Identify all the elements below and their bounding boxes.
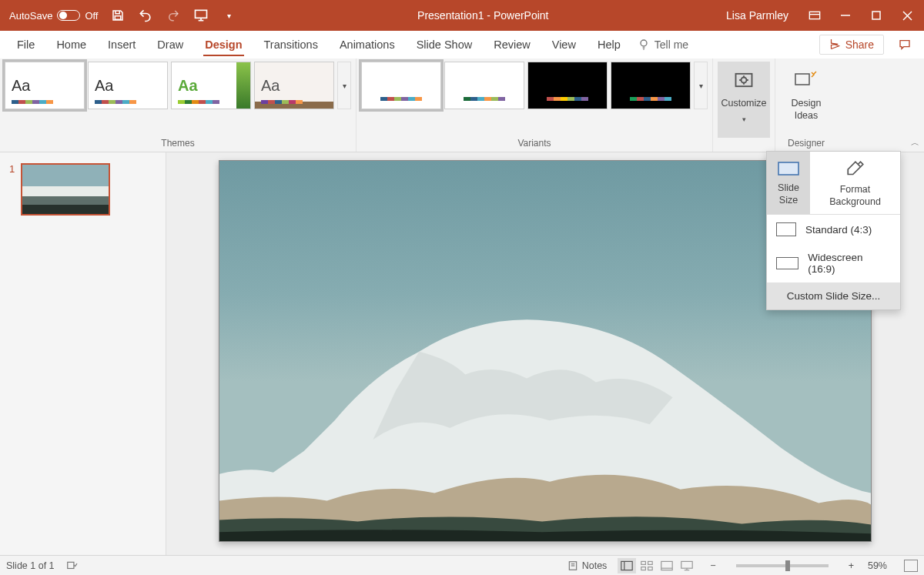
design-ideas-label: Design Ideas	[792, 97, 822, 122]
minimize-icon[interactable]	[832, 5, 859, 26]
theme-thumb-1[interactable]: Aa	[5, 62, 85, 109]
slide-size-widescreen[interactable]: Widescreen (16:9)	[767, 244, 900, 282]
tab-draw[interactable]: Draw	[146, 31, 194, 59]
tab-design[interactable]: Design	[194, 31, 253, 59]
slideshow-view-icon[interactable]	[678, 558, 696, 573]
svg-rect-18	[641, 561, 646, 564]
tell-me-label: Tell me	[654, 38, 688, 51]
tab-file[interactable]: File	[6, 31, 45, 59]
redo-icon[interactable]	[162, 5, 184, 26]
design-ideas-icon	[795, 69, 818, 91]
notes-icon	[567, 560, 578, 571]
tab-view[interactable]: View	[541, 31, 587, 59]
normal-view-icon[interactable]	[618, 558, 636, 573]
view-mode-buttons	[618, 558, 696, 573]
slide-size-standard-label: Standard (4:3)	[805, 224, 872, 236]
ribbon: Aa Aa Aa Aa ▾ Themes	[0, 59, 924, 152]
design-ideas-button[interactable]: Design Ideas	[780, 62, 832, 138]
comments-icon[interactable]	[892, 35, 918, 55]
tab-insert[interactable]: Insert	[97, 31, 146, 59]
designer-group: Design Ideas Designer	[775, 59, 837, 152]
svg-rect-10	[795, 74, 809, 85]
fit-to-window-icon[interactable]	[904, 560, 918, 572]
svg-rect-24	[681, 561, 692, 568]
undo-icon[interactable]	[135, 5, 156, 26]
notes-label: Notes	[582, 560, 608, 571]
present-icon[interactable]	[190, 5, 212, 26]
tab-transitions[interactable]: Transitions	[253, 31, 329, 59]
svg-point-7	[641, 40, 647, 46]
share-label: Share	[845, 38, 874, 51]
zoom-in-button[interactable]: +	[845, 560, 857, 571]
svg-rect-11	[778, 162, 798, 175]
reading-view-icon[interactable]	[658, 558, 676, 573]
sorter-view-icon[interactable]	[638, 558, 656, 573]
zoom-out-button[interactable]: −	[707, 560, 718, 571]
tab-review[interactable]: Review	[483, 31, 541, 59]
format-background-button[interactable]: Format Background	[810, 152, 900, 214]
tell-me-search[interactable]: Tell me	[638, 38, 688, 51]
slide-counter: Slide 1 of 1	[6, 560, 55, 571]
themes-more-button[interactable]: ▾	[337, 62, 351, 109]
slide-thumbnails-panel: 1	[0, 152, 166, 555]
close-icon[interactable]	[893, 5, 921, 26]
slide-size-icon	[777, 159, 800, 178]
svg-rect-22	[661, 561, 672, 570]
customize-button[interactable]: Customize ▾	[718, 62, 770, 138]
autosave-switch-icon	[57, 10, 80, 21]
qat-customize-icon[interactable]: ▾	[218, 5, 239, 26]
slide-size-custom-label: Custom Slide Size...	[787, 290, 881, 302]
slide-size-widescreen-label: Widescreen (16:9)	[808, 252, 891, 275]
svg-rect-20	[641, 567, 646, 570]
slide-size-custom[interactable]: Custom Slide Size...	[767, 282, 900, 309]
autosave-toggle[interactable]: AutoSave Off	[6, 10, 101, 22]
status-bar: Slide 1 of 1 Notes − + 59%	[0, 555, 924, 575]
slide-size-label: Slide Size	[778, 182, 799, 206]
collapse-ribbon-icon[interactable]: ︿	[911, 137, 919, 149]
variant-thumb-1[interactable]	[361, 62, 441, 109]
document-title: Presentation1 - PowerPoint	[239, 9, 726, 22]
theme-thumb-2[interactable]: Aa	[88, 62, 168, 109]
zoom-value: 59%	[868, 560, 887, 571]
maximize-icon[interactable]	[862, 5, 890, 26]
variant-thumb-3[interactable]	[527, 62, 608, 109]
variant-thumb-4[interactable]	[611, 62, 691, 109]
slide-number: 1	[9, 163, 15, 216]
tab-home[interactable]: Home	[45, 31, 97, 59]
notes-button[interactable]: Notes	[567, 560, 608, 571]
aspect-16-9-icon	[776, 257, 798, 269]
spellcheck-icon[interactable]	[65, 560, 78, 571]
customize-icon	[733, 69, 755, 91]
format-background-label: Format Background	[829, 184, 881, 208]
svg-point-9	[742, 78, 747, 83]
tab-slideshow[interactable]: Slide Show	[406, 31, 484, 59]
svg-rect-2	[809, 12, 819, 18]
svg-rect-1	[196, 10, 207, 18]
svg-rect-16	[621, 561, 632, 570]
customize-label: Customize	[721, 97, 766, 109]
slide-mini-preview	[21, 163, 110, 216]
svg-rect-12	[67, 562, 73, 568]
format-background-icon	[845, 159, 865, 179]
slide-size-standard[interactable]: Standard (4:3)	[767, 215, 900, 244]
customize-group: Customize ▾ .	[713, 59, 775, 152]
slide-thumb-1[interactable]: 1	[9, 163, 156, 216]
zoom-slider[interactable]	[736, 564, 829, 567]
svg-rect-4	[872, 12, 880, 19]
variant-thumb-2[interactable]	[444, 62, 524, 109]
share-button[interactable]: Share	[819, 35, 884, 55]
theme-thumb-4[interactable]: Aa	[254, 62, 334, 109]
variants-more-button[interactable]: ▾	[694, 62, 708, 109]
save-icon[interactable]	[107, 5, 129, 26]
ribbon-display-icon[interactable]	[801, 5, 829, 26]
slide-size-button[interactable]: Slide Size	[767, 152, 810, 214]
ribbon-tabs: File Home Insert Draw Design Transitions…	[0, 31, 924, 59]
tab-help[interactable]: Help	[587, 31, 631, 59]
designer-group-label: Designer	[788, 138, 825, 152]
bulb-icon	[638, 38, 650, 51]
theme-thumb-3[interactable]: Aa	[171, 62, 251, 109]
user-name[interactable]: Lisa Parmley	[726, 9, 788, 22]
variants-group: ▾ Variants	[357, 59, 713, 152]
themes-group-label: Themes	[161, 138, 194, 152]
tab-animations[interactable]: Animations	[329, 31, 406, 59]
